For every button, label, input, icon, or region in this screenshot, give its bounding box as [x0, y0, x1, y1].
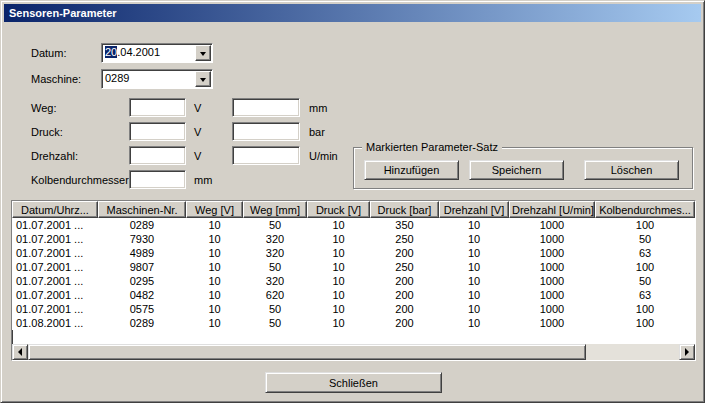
table-row[interactable]: 01.07.2001 ...0295103201020010100050 [12, 274, 695, 288]
table-cell: 63 [595, 288, 695, 302]
kolbendurchmesser-label: Kolbendurchmesser: [31, 174, 132, 186]
date-combo-value: 20.04.2001 [102, 44, 194, 62]
table-cell: 10 [439, 232, 509, 246]
table-cell: 200 [370, 316, 439, 330]
parameter-table[interactable]: Datum/Uhrz...Maschinen-Nr.Weg [V]Weg [mm… [11, 200, 696, 361]
table-cell: 01.07.2001 ... [12, 274, 98, 288]
table-cell: 0289 [98, 218, 186, 232]
maschine-label: Maschine: [31, 73, 81, 85]
table-cell: 10 [186, 288, 243, 302]
table-cell: 100 [595, 260, 695, 274]
chevron-down-icon [200, 52, 206, 59]
table-cell: 200 [370, 302, 439, 316]
table-cell: 10 [439, 218, 509, 232]
table-cell: 01.07.2001 ... [12, 232, 98, 246]
kolbendurchmesser-input[interactable] [129, 170, 186, 189]
column-header[interactable]: Druck [bar] [370, 201, 439, 218]
table-cell: 100 [595, 316, 695, 330]
table-cell: 620 [243, 288, 307, 302]
table-cell: 0289 [98, 316, 186, 330]
kolbendurchmesser-unit-label: mm [194, 174, 212, 186]
table-cell: 320 [243, 246, 307, 260]
weg-mm-input[interactable] [232, 98, 300, 117]
table-cell: 10 [439, 274, 509, 288]
table-cell: 320 [243, 232, 307, 246]
maschine-combo[interactable]: 0289 [101, 69, 213, 89]
drehzahl-v-input[interactable] [129, 146, 186, 165]
table-cell: 10 [186, 316, 243, 330]
table-cell: 10 [186, 246, 243, 260]
table-cell: 50 [595, 232, 695, 246]
scroll-left-button[interactable] [12, 344, 28, 360]
table-cell: 50 [243, 218, 307, 232]
table-cell: 4989 [98, 246, 186, 260]
table-cell: 100 [595, 302, 695, 316]
table-cell: 50 [243, 260, 307, 274]
weg-v-input[interactable] [129, 98, 186, 117]
table-cell: 1000 [509, 218, 595, 232]
table-cell: 10 [307, 260, 370, 274]
table-cell: 7930 [98, 232, 186, 246]
table-cell: 50 [243, 316, 307, 330]
date-combo[interactable]: 20.04.2001 [101, 43, 213, 63]
table-row[interactable]: 01.07.2001 ...4989103201020010100063 [12, 246, 695, 260]
table-row[interactable]: 01.07.2001 ...0482106201020010100063 [12, 288, 695, 302]
add-button[interactable]: Hinzufügen [364, 160, 459, 180]
save-button[interactable]: Speichern [469, 160, 564, 180]
table-row[interactable]: 01.07.2001 ...7930103201025010100050 [12, 232, 695, 246]
table-cell: 250 [370, 260, 439, 274]
column-header[interactable]: Maschinen-Nr. [98, 201, 186, 218]
table-row[interactable]: 01.08.2001 ...0289105010200101000100 [12, 316, 695, 330]
table-cell: 10 [186, 260, 243, 274]
table-cell: 1000 [509, 288, 595, 302]
table-row[interactable]: 01.07.2001 ...9807105010250101000100 [12, 260, 695, 274]
table-cell: 10 [186, 302, 243, 316]
column-header[interactable]: Kolbendurchmes... [595, 201, 695, 218]
date-combo-dropdown-button[interactable] [195, 45, 211, 61]
table-cell: 200 [370, 274, 439, 288]
table-cell: 350 [370, 218, 439, 232]
table-cell: 10 [307, 288, 370, 302]
scroll-right-button[interactable] [679, 344, 695, 360]
table-cell: 10 [186, 232, 243, 246]
column-header[interactable]: Drehzahl [U/min] [509, 201, 595, 218]
column-header[interactable]: Drehzahl [V] [439, 201, 509, 218]
table-row[interactable]: 01.07.2001 ...0289105010350101000100 [12, 218, 695, 232]
table-cell: 01.07.2001 ... [12, 302, 98, 316]
table-cell: 10 [307, 302, 370, 316]
maschine-combo-dropdown-button[interactable] [195, 71, 211, 87]
table-row[interactable]: 01.07.2001 ...0575105010200101000100 [12, 302, 695, 316]
chevron-down-icon [200, 78, 206, 85]
table-cell: 1000 [509, 316, 595, 330]
delete-button[interactable]: Löschen [584, 160, 679, 180]
druck-v-input[interactable] [129, 122, 186, 141]
horizontal-scrollbar[interactable] [12, 344, 695, 360]
table-cell: 10 [439, 316, 509, 330]
table-cell: 100 [595, 218, 695, 232]
column-header[interactable]: Weg [V] [186, 201, 243, 218]
scroll-thumb[interactable] [28, 344, 586, 360]
column-header[interactable]: Druck [V] [307, 201, 370, 218]
druck-bar-input[interactable] [232, 122, 300, 141]
window-title: Sensoren-Parameter [9, 7, 117, 19]
table-cell: 50 [243, 302, 307, 316]
druck-bar-unit-label: bar [309, 126, 325, 138]
table-cell: 10 [307, 218, 370, 232]
drehzahl-umin-input[interactable] [232, 146, 300, 165]
table-cell: 0482 [98, 288, 186, 302]
datum-label: Datum: [31, 47, 66, 59]
title-bar[interactable]: Sensoren-Parameter [4, 4, 701, 22]
column-header[interactable]: Datum/Uhrz... [12, 201, 98, 218]
table-cell: 1000 [509, 260, 595, 274]
table-cell: 01.07.2001 ... [12, 218, 98, 232]
close-button[interactable]: Schließen [265, 372, 442, 393]
table-cell: 1000 [509, 246, 595, 260]
sensoren-parameter-window: Sensoren-Parameter Datum: 20.04.2001 Mas… [0, 0, 705, 403]
table-cell: 0575 [98, 302, 186, 316]
weg-mm-unit-label: mm [309, 102, 327, 114]
druck-v-unit-label: V [194, 126, 201, 138]
table-cell: 10 [439, 260, 509, 274]
column-header[interactable]: Weg [mm] [243, 201, 307, 218]
table-cell: 10 [186, 274, 243, 288]
table-cell: 10 [307, 274, 370, 288]
